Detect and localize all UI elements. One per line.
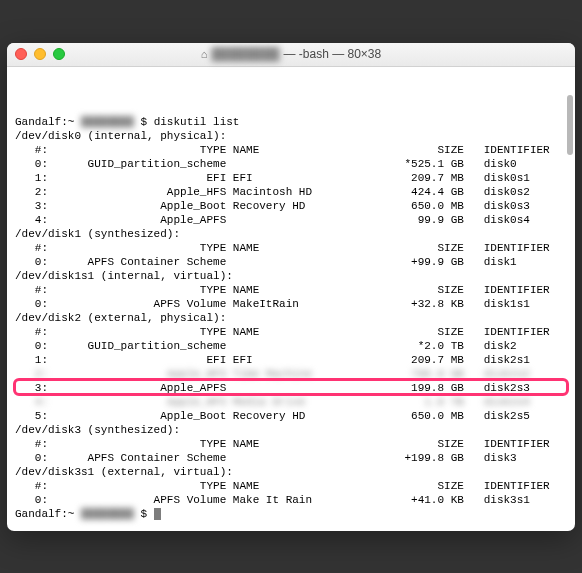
disk-header: /dev/disk3s1 (external, virtual):: [15, 465, 567, 479]
close-icon[interactable]: [15, 48, 27, 60]
table-row: 3: Apple_Boot Recovery HD 650.0 MB disk0…: [15, 199, 567, 213]
home-icon: ⌂: [201, 48, 208, 60]
window-controls: [15, 48, 65, 60]
prompt-line: Gandalf:~ ████████ $ diskutil list: [15, 115, 567, 129]
table-row: 2: Apple_HFS Time Machine 796.0 GB disk2…: [15, 367, 567, 381]
column-header: #: TYPE NAME SIZE IDENTIFIER: [15, 437, 567, 451]
prompt-line[interactable]: Gandalf:~ ████████ $: [15, 507, 567, 521]
column-header: #: TYPE NAME SIZE IDENTIFIER: [15, 241, 567, 255]
scrollbar-thumb[interactable]: [567, 95, 573, 155]
disk-header: /dev/disk0 (internal, physical):: [15, 129, 567, 143]
table-row: 3: Apple_APFS 199.8 GB disk2s3: [15, 381, 567, 395]
column-header: #: TYPE NAME SIZE IDENTIFIER: [15, 479, 567, 493]
table-row: 2: Apple_HFS Macintosh HD 424.4 GB disk0…: [15, 185, 567, 199]
title-user-masked: ████████: [211, 47, 279, 61]
disk-header: /dev/disk2 (external, physical):: [15, 311, 567, 325]
window-title: ⌂ ████████ — -bash — 80×38: [7, 47, 575, 61]
table-row: 5: Apple_Boot Recovery HD 650.0 MB disk2…: [15, 409, 567, 423]
title-suffix: — -bash — 80×38: [283, 47, 381, 61]
table-row: 0: GUID_partition_scheme *525.1 GB disk0: [15, 157, 567, 171]
titlebar[interactable]: ⌂ ████████ — -bash — 80×38: [7, 43, 575, 67]
table-row: 0: APFS Container Scheme +99.9 GB disk1: [15, 255, 567, 269]
zoom-icon[interactable]: [53, 48, 65, 60]
table-row: 0: APFS Volume MakeItRain +32.8 KB disk1…: [15, 297, 567, 311]
table-row: 0: APFS Container Scheme +199.8 GB disk3: [15, 451, 567, 465]
minimize-icon[interactable]: [34, 48, 46, 60]
table-row: 0: GUID_partition_scheme *2.0 TB disk2: [15, 339, 567, 353]
cursor: [154, 508, 161, 520]
disk-header: /dev/disk3 (synthesized):: [15, 423, 567, 437]
disk-header: /dev/disk1s1 (internal, virtual):: [15, 269, 567, 283]
disk-header: /dev/disk1 (synthesized):: [15, 227, 567, 241]
table-row: 0: APFS Volume Make It Rain +41.0 KB dis…: [15, 493, 567, 507]
table-row: 4: Apple_APFS 99.9 GB disk0s4: [15, 213, 567, 227]
terminal-output[interactable]: Gandalf:~ ████████ $ diskutil list/dev/d…: [7, 67, 575, 531]
column-header: #: TYPE NAME SIZE IDENTIFIER: [15, 143, 567, 157]
table-row: 1: EFI EFI 209.7 MB disk2s1: [15, 353, 567, 367]
table-row: 1: EFI EFI 209.7 MB disk0s1: [15, 171, 567, 185]
column-header: #: TYPE NAME SIZE IDENTIFIER: [15, 325, 567, 339]
table-row: 4: Apple_HFS Media Drive 1.0 TB disk2s4: [15, 395, 567, 409]
terminal-window: ⌂ ████████ — -bash — 80×38 Gandalf:~ ███…: [7, 43, 575, 531]
column-header: #: TYPE NAME SIZE IDENTIFIER: [15, 283, 567, 297]
